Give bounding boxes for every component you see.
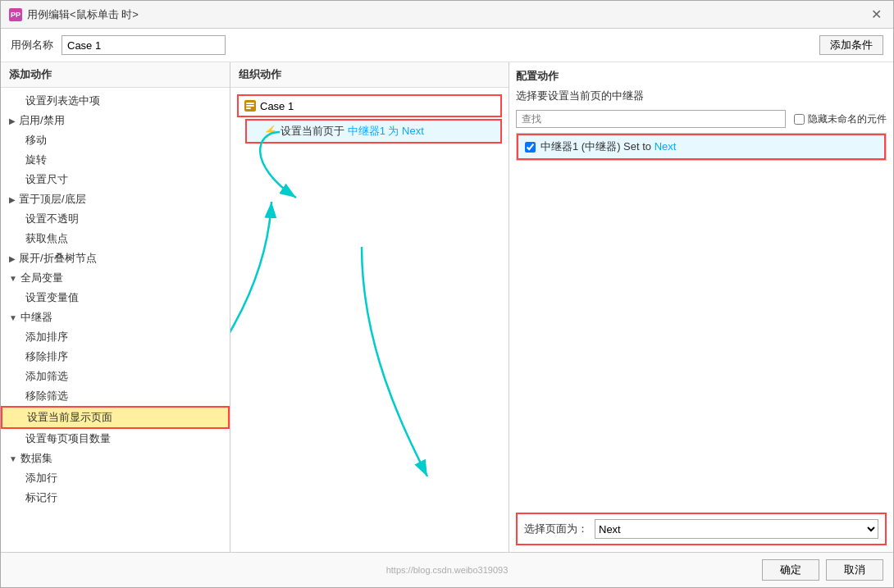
list-item-set-var[interactable]: 设置变量值 xyxy=(1,288,230,308)
action-highlight: 中继器1 为 Next xyxy=(348,125,424,137)
list-item-z-order[interactable]: ▶置于顶层/底层 xyxy=(1,189,230,209)
bottom-bar: https://blog.csdn.weibo319093 确定 取消 xyxy=(1,552,893,587)
list-item-remove-filter[interactable]: 移除筛选 xyxy=(1,386,230,406)
title-bar-left: PP 用例编辑<鼠标单击 时> xyxy=(9,7,139,22)
page-selector-select[interactable]: Next xyxy=(595,519,878,539)
cancel-button[interactable]: 取消 xyxy=(826,559,883,581)
list-item-add-sort[interactable]: 添加排序 xyxy=(1,327,230,347)
list-item-move[interactable]: 移动 xyxy=(1,130,230,150)
list-section-dataset[interactable]: ▼数据集 xyxy=(1,449,230,468)
action-icon: ⚡ xyxy=(263,125,277,138)
search-input[interactable] xyxy=(516,110,786,128)
case-node-icon xyxy=(244,99,257,112)
middle-panel: 组织动作 Case 1 ⚡ 设置当前页于 中继器1 为 Nex xyxy=(230,62,509,552)
page-selector-label: 选择页面为： xyxy=(524,522,588,536)
list-item-remove-sort[interactable]: 移除排序 xyxy=(1,347,230,367)
list-item-focus[interactable]: 获取焦点 xyxy=(1,229,230,248)
watermark: https://blog.csdn.weibo319093 xyxy=(386,565,509,575)
relay-list: 中继器1 (中继器) Set to Next xyxy=(516,133,887,161)
ok-button[interactable]: 确定 xyxy=(762,559,819,581)
case-node[interactable]: Case 1 xyxy=(237,94,502,117)
hide-unnamed-label[interactable]: 隐藏未命名的元件 xyxy=(794,112,887,126)
close-button[interactable]: ✕ xyxy=(868,8,885,21)
list-item-set-page[interactable]: 设置当前显示页面 xyxy=(1,406,230,429)
app-icon: PP xyxy=(9,8,22,21)
relay-item[interactable]: 中继器1 (中继器) Set to Next xyxy=(517,134,886,160)
title-bar: PP 用例编辑<鼠标单击 时> ✕ xyxy=(1,1,893,29)
search-row: 隐藏未命名的元件 xyxy=(516,110,887,128)
middle-panel-header: 组织动作 xyxy=(230,62,509,88)
list-item-add-filter[interactable]: 添加筛选 xyxy=(1,367,230,386)
relay-item-text: 中继器1 (中继器) Set to Next xyxy=(541,139,676,154)
top-bar: 用例名称 添加条件 xyxy=(1,29,893,62)
organize-panel: Case 1 ⚡ 设置当前页于 中继器1 为 Next xyxy=(230,88,509,552)
right-spacer xyxy=(516,169,887,513)
right-panel: 配置动作 选择要设置当前页的中继器 隐藏未命名的元件 中继器1 (中继器) Se… xyxy=(509,62,893,552)
list-item-rotate[interactable]: 旋转 xyxy=(1,150,230,170)
relay-item-checkbox[interactable] xyxy=(525,142,536,153)
list-item-set-opacity[interactable]: 设置不透明 xyxy=(1,209,230,229)
svg-rect-3 xyxy=(246,107,251,109)
right-panel-header: 配置动作 xyxy=(516,69,887,84)
list-item-mark-row[interactable]: 标记行 xyxy=(1,488,230,508)
action-node[interactable]: ⚡ 设置当前页于 中继器1 为 Next xyxy=(245,119,502,144)
add-condition-button[interactable]: 添加条件 xyxy=(819,35,883,55)
list-item-set-size[interactable]: 设置尺寸 xyxy=(1,170,230,189)
list-section-relay[interactable]: ▼中继器 xyxy=(1,308,230,327)
left-panel-header: 添加动作 xyxy=(1,62,230,88)
svg-rect-1 xyxy=(246,103,254,104)
list-item-set-list-selected[interactable]: 设置列表选中项 xyxy=(1,91,230,111)
right-panel-subtitle: 选择要设置当前页的中继器 xyxy=(516,89,887,103)
list-item-set-items-per-page[interactable]: 设置每页项目数量 xyxy=(1,429,230,449)
case-node-label: Case 1 xyxy=(260,100,294,112)
left-list: 设置列表选中项 ▶启用/禁用 移动 旋转 设置尺寸 ▶置于顶层/底层 设置不透明… xyxy=(1,88,230,552)
dialog: PP 用例编辑<鼠标单击 时> ✕ 用例名称 添加条件 添加动作 设置列表选中项… xyxy=(0,0,894,588)
list-item-expand-tree[interactable]: ▶展开/折叠树节点 xyxy=(1,248,230,268)
relay-item-highlight: Next xyxy=(655,140,677,153)
main-content: 添加动作 设置列表选中项 ▶启用/禁用 移动 旋转 设置尺寸 ▶置于顶层/底层 … xyxy=(1,62,893,552)
case-name-input[interactable] xyxy=(62,35,226,55)
hide-unnamed-checkbox[interactable] xyxy=(794,114,805,125)
list-section-global-var[interactable]: ▼全局变量 xyxy=(1,268,230,288)
list-item-enable-disable[interactable]: ▶启用/禁用 xyxy=(1,111,230,130)
action-text: 设置当前页于 中继器1 为 Next xyxy=(281,124,424,139)
list-item-add-row[interactable]: 添加行 xyxy=(1,468,230,488)
case-name-label: 用例名称 xyxy=(11,38,53,52)
hide-unnamed-text: 隐藏未命名的元件 xyxy=(808,112,887,126)
left-panel: 添加动作 设置列表选中项 ▶启用/禁用 移动 旋转 设置尺寸 ▶置于顶层/底层 … xyxy=(1,62,230,552)
svg-rect-2 xyxy=(246,105,254,107)
dialog-title: 用例编辑<鼠标单击 时> xyxy=(27,7,139,22)
page-selector-row: 选择页面为： Next xyxy=(516,513,887,545)
